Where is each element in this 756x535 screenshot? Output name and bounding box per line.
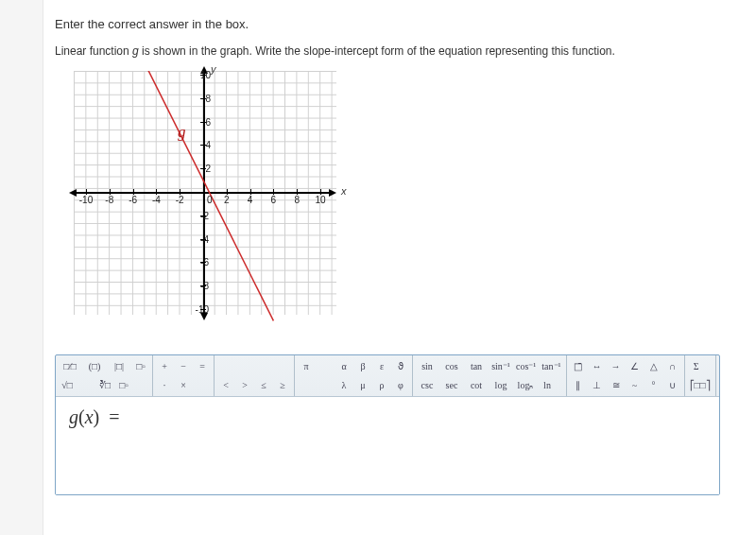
math-tool-button[interactable]: □⁄□ [59, 358, 81, 374]
math-tool-button[interactable] [298, 377, 315, 393]
math-tool-button[interactable]: < [217, 377, 234, 393]
y-tick [200, 98, 206, 99]
math-tool-button[interactable]: ∩ [664, 358, 681, 374]
math-tool-button[interactable]: → [608, 358, 625, 374]
math-tool-button[interactable]: ∥ [570, 377, 587, 393]
toolbar-group: παβεϑλμρφ [295, 355, 413, 396]
x-tick-label: 2 [224, 195, 230, 205]
math-tool-button[interactable] [317, 358, 334, 374]
x-tick [133, 189, 134, 195]
math-tool-button[interactable]: cos⁻¹ [514, 358, 538, 374]
math-tool-button[interactable]: logₙ [514, 377, 537, 393]
math-tool-button[interactable]: ≥ [274, 377, 291, 393]
math-tool-button[interactable]: cot [465, 377, 488, 393]
math-tool-button[interactable]: ≅ [608, 377, 625, 393]
math-tool-button[interactable]: ε [373, 358, 390, 374]
toolbar-group: □⁄□(□)|□|□▫√□∛□□▫ [56, 355, 153, 396]
math-tool-button[interactable]: = [194, 358, 211, 374]
y-tick [200, 122, 206, 123]
left-gutter [0, 0, 43, 512]
math-toolbar: □⁄□(□)|□|□▫√□∛□□▫+−=·×<>≤≥παβεϑλμρφsinco… [56, 355, 719, 397]
x-tick [110, 189, 111, 195]
x-tick [227, 189, 228, 195]
math-tool-button[interactable]: β [354, 358, 371, 374]
x-tick-label: -6 [129, 195, 137, 205]
math-tool-button[interactable]: φ [392, 377, 409, 393]
math-tool-button[interactable]: □̄ [570, 358, 587, 374]
math-tool-button[interactable]: ∠ [627, 358, 644, 374]
x-tick-label: 8 [294, 195, 300, 205]
math-tool-button[interactable]: > [236, 377, 253, 393]
y-tick [200, 262, 206, 263]
math-tool-button[interactable]: csc [416, 377, 438, 393]
math-tool-button[interactable]: μ [354, 377, 371, 393]
x-tick-label: -8 [105, 195, 113, 205]
math-tool-button[interactable]: ∪ [664, 377, 681, 393]
x-tick [320, 189, 321, 195]
math-tool-button[interactable]: ⎡□□⎤ [688, 377, 713, 393]
math-tool-button[interactable]: ρ [373, 377, 390, 393]
function-label-g: g [178, 123, 186, 142]
x-tick-label: -4 [152, 195, 161, 205]
math-input-panel: □⁄□(□)|□|□▫√□∛□□▫+−=·×<>≤≥παβεϑλμρφsinco… [55, 354, 720, 495]
math-tool-button[interactable]: α [335, 358, 352, 374]
answer-prefix: g [69, 406, 78, 427]
math-tool-button[interactable]: tan⁻¹ [540, 358, 562, 374]
math-tool-button[interactable]: (□) [83, 358, 106, 374]
math-tool-button[interactable]: Σ [688, 358, 705, 374]
math-tool-button[interactable]: λ [335, 377, 352, 393]
math-tool-button[interactable]: tan [465, 358, 488, 374]
y-tick [200, 309, 206, 310]
math-tool-button[interactable]: ~ [627, 377, 644, 393]
x-tick [86, 189, 87, 195]
math-tool-button[interactable]: □▫ [132, 358, 149, 374]
y-tick [200, 216, 206, 216]
math-tool-button[interactable]: cos [440, 358, 463, 374]
math-tool-button[interactable]: ln [539, 377, 556, 393]
math-tool-button[interactable] [194, 377, 211, 393]
math-tool-button[interactable]: × [175, 377, 192, 393]
x-tick-label: 4 [248, 195, 253, 205]
y-tick [200, 145, 206, 146]
math-tool-button[interactable]: ∛□ [96, 377, 113, 393]
math-tool-button[interactable] [217, 358, 234, 374]
y-tick [200, 75, 206, 76]
x-tick [273, 189, 274, 195]
math-tool-button[interactable]: △ [645, 358, 662, 374]
math-tool-button[interactable]: |□| [108, 358, 130, 374]
math-tool-button[interactable]: ≤ [255, 377, 272, 393]
math-tool-button[interactable]: sin [416, 358, 438, 374]
toolbar-group: □̄↔→∠△∩∥⊥≅~°∪ [567, 355, 685, 396]
instruction-text: Enter the correct answer in the box. [55, 17, 739, 31]
math-tool-button[interactable]: ° [645, 377, 662, 393]
math-tool-button[interactable]: √□ [59, 377, 76, 393]
origin-label: 0 [207, 195, 213, 205]
math-tool-button[interactable] [255, 358, 272, 374]
math-tool-button[interactable]: ϑ [392, 358, 409, 374]
math-tool-button[interactable]: · [156, 377, 173, 393]
y-tick [200, 239, 206, 240]
toolbar-group: sincostansin⁻¹cos⁻¹tan⁻¹cscseccotloglogₙ… [413, 355, 567, 396]
math-tool-button[interactable]: sec [440, 377, 463, 393]
x-tick [250, 189, 251, 195]
math-tool-button[interactable]: ⊥ [589, 377, 606, 393]
math-tool-button[interactable] [317, 377, 334, 393]
math-tool-button[interactable]: + [156, 358, 173, 374]
toolbar-group: +−=·× [153, 355, 215, 396]
x-axis-label: x [341, 185, 347, 197]
answer-input-area[interactable]: g(x) = [56, 397, 719, 494]
x-tick-label: 6 [271, 195, 277, 205]
math-tool-button[interactable]: ↔ [589, 358, 606, 374]
x-tick-label: -10 [79, 195, 93, 205]
math-tool-button[interactable]: − [175, 358, 192, 374]
toolbar-group: <>≤≥ [215, 355, 295, 396]
math-tool-button[interactable]: sin⁻¹ [490, 358, 512, 374]
math-tool-button[interactable]: π [298, 358, 315, 374]
math-tool-button[interactable] [77, 377, 94, 393]
x-tick-label: -2 [176, 195, 184, 205]
math-tool-button[interactable]: □▫ [115, 377, 132, 393]
math-tool-button[interactable]: log [490, 377, 512, 393]
y-tick [200, 285, 206, 286]
x-tick [180, 189, 180, 195]
math-tool-button[interactable] [236, 358, 253, 374]
